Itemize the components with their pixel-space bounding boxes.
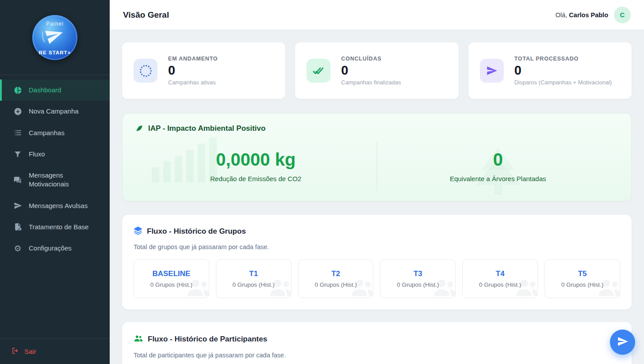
sidebar-item-dashboard[interactable]: Dashboard: [0, 80, 110, 101]
stat-card-concluidas: CONCLUÍDAS 0 Campanhas finalizadas: [295, 42, 458, 99]
stat-card-total-processado: TOTAL PROCESSADO 0 Disparos (Campanhas +…: [468, 42, 632, 99]
sidebar-item-label: Mensagens Avulsas: [29, 201, 88, 210]
main-area: Visão Geral Olá, Carlos Pablo C EM ANDAM…: [110, 0, 644, 364]
stat-sublabel: Campanhas finalizadas: [341, 79, 401, 86]
logo-bottom-text: RE START+: [32, 50, 77, 55]
user-name: Carlos Pablo: [569, 11, 608, 19]
trees-value: 0: [377, 150, 619, 170]
pie-chart-icon: [13, 86, 22, 95]
phase-name: BASELINE: [152, 269, 190, 278]
plus-circle-icon: [13, 107, 22, 116]
phase-box-t4[interactable]: T4 0 Grupos (Hist.): [462, 259, 538, 298]
sidebar-item-label: Nova Campanha: [29, 107, 79, 116]
sidebar-item-mensagens-avulsas[interactable]: Mensagens Avulsas: [0, 195, 110, 216]
chat-bubbles-icon: [13, 175, 22, 184]
stat-value: 0: [168, 63, 218, 78]
phase-name: T1: [249, 269, 258, 278]
paper-plane-icon: [13, 201, 22, 210]
users-group-icon: [134, 334, 143, 345]
iap-body: 0,0000 kg Redução de Emissões de CO2 0 E…: [135, 140, 619, 192]
stat-label: TOTAL PROCESSADO: [514, 56, 612, 62]
paper-plane-icon: [480, 59, 504, 83]
stat-value: 0: [341, 63, 401, 78]
participants-title: Fluxo - Histórico de Participantes: [148, 335, 267, 344]
paper-plane-icon: [617, 336, 629, 349]
sidebar-item-label: Tratamento de Base: [29, 223, 88, 231]
stat-card-em-andamento: EM ANDAMENTO 0 Campanhas ativas: [122, 42, 285, 99]
iap-title: IAP - Impacto Ambiental Positivo: [148, 124, 265, 133]
phase-box-t2[interactable]: T2 0 Grupos (Hist.): [298, 259, 374, 298]
users-watermark-icon: [350, 275, 373, 298]
stat-texts: TOTAL PROCESSADO 0 Disparos (Campanhas +…: [514, 56, 612, 86]
dashboard-content: EM ANDAMENTO 0 Campanhas ativas CONCLUÍD…: [110, 30, 644, 364]
sidebar-item-label: Dashboard: [29, 86, 61, 95]
stat-sublabel: Campanhas ativas: [168, 79, 218, 86]
users-watermark-icon: [597, 275, 620, 298]
greeting-prefix: Olá,: [556, 11, 569, 19]
users-watermark-icon: [514, 275, 538, 298]
avatar[interactable]: C: [614, 7, 631, 23]
user-area: Olá, Carlos Pablo C: [556, 7, 631, 23]
sidebar-item-label: Campanhas: [29, 129, 65, 137]
stat-sublabel: Disparos (Campanhas + Motivacional): [514, 79, 612, 86]
phase-box-baseline[interactable]: BASELINE 0 Grupos (Hist.): [134, 259, 209, 298]
logout-icon: [12, 347, 19, 356]
phase-box-t3[interactable]: T3 0 Grupos (Hist.): [380, 259, 456, 298]
logout-label: Sair: [24, 348, 36, 355]
sidebar: Painel RE START+ Dashboard Nova Campanha: [0, 0, 110, 364]
funnel-icon: [13, 150, 22, 158]
phase-name: T3: [414, 269, 422, 278]
send-fab-button[interactable]: [610, 330, 635, 355]
list-icon: [13, 129, 22, 137]
sidebar-item-fluxo[interactable]: Fluxo: [0, 144, 110, 165]
phases-row: BASELINE 0 Grupos (Hist.) T1 0 Grupos (H…: [134, 259, 620, 298]
co2-label: Redução de Emissões de CO2: [135, 175, 377, 182]
spinner-icon: [134, 59, 157, 83]
sidebar-item-label: Configurações: [29, 244, 72, 253]
sidebar-item-label: Fluxo: [29, 150, 45, 159]
stat-texts: CONCLUÍDAS 0 Campanhas finalizadas: [341, 56, 401, 86]
sidebar-item-label: Mensagens Motivacionais: [29, 171, 90, 189]
phase-box-t5[interactable]: T5 0 Grupos (Hist.): [544, 259, 620, 298]
sidebar-item-campanhas[interactable]: Campanhas: [0, 122, 110, 144]
file-check-icon: [13, 223, 22, 231]
co2-value: 0,0000 kg: [135, 150, 377, 170]
page-title: Visão Geral: [123, 10, 169, 20]
app-logo: Painel RE START+: [32, 15, 77, 60]
iap-trees-section: 0 Equivalente a Árvores Plantadas: [377, 150, 619, 182]
participants-history-card: Fluxo - Histórico de Participantes Total…: [122, 322, 632, 364]
trees-label: Equivalente a Árvores Plantadas: [377, 175, 619, 182]
groups-title: Fluxo - Histórico de Grupos: [147, 227, 246, 236]
participants-subtitle: Total de participantes que já passaram p…: [134, 352, 620, 359]
users-watermark-icon: [432, 275, 456, 298]
iap-card: IAP - Impacto Ambiental Positivo 0,0000 …: [122, 113, 632, 201]
stat-texts: EM ANDAMENTO 0 Campanhas ativas: [168, 56, 218, 86]
stat-label: EM ANDAMENTO: [168, 56, 218, 62]
users-watermark-icon: [268, 275, 291, 298]
app-root: Painel RE START+ Dashboard Nova Campanha: [0, 0, 644, 364]
leaf-icon: [135, 123, 144, 134]
sidebar-item-nova-campanha[interactable]: Nova Campanha: [0, 101, 110, 122]
stats-row: EM ANDAMENTO 0 Campanhas ativas CONCLUÍD…: [122, 42, 632, 99]
topbar: Visão Geral Olá, Carlos Pablo C: [110, 0, 644, 30]
stat-value: 0: [514, 63, 612, 78]
groups-history-card: Fluxo - Histórico de Grupos Total de gru…: [122, 215, 632, 310]
phase-box-t1[interactable]: T1 0 Grupos (Hist.): [216, 259, 291, 298]
double-check-icon: [307, 59, 330, 83]
phase-name: T5: [578, 269, 587, 278]
logout-button[interactable]: Sair: [12, 347, 98, 356]
iap-co2-section: 0,0000 kg Redução de Emissões de CO2: [135, 150, 377, 182]
logo-area: Painel RE START+: [0, 0, 110, 75]
sidebar-item-mensagens-motivacionais[interactable]: Mensagens Motivacionais: [0, 165, 102, 195]
participants-title-row: Fluxo - Histórico de Participantes: [134, 334, 620, 345]
sidebar-nav: Dashboard Nova Campanha Campanhas Fluxo: [0, 80, 110, 259]
sidebar-footer: Sair: [0, 338, 110, 364]
sidebar-item-tratamento-de-base[interactable]: Tratamento de Base: [0, 216, 110, 238]
phase-name: T2: [331, 269, 340, 278]
gear-icon: ⚙: [13, 244, 22, 253]
users-watermark-icon: [186, 275, 209, 298]
sidebar-item-configuracoes[interactable]: ⚙ Configurações: [0, 238, 110, 259]
groups-subtitle: Total de grupos que já passaram por cada…: [134, 243, 620, 250]
layers-icon: [134, 226, 142, 237]
stat-label: CONCLUÍDAS: [341, 56, 401, 62]
